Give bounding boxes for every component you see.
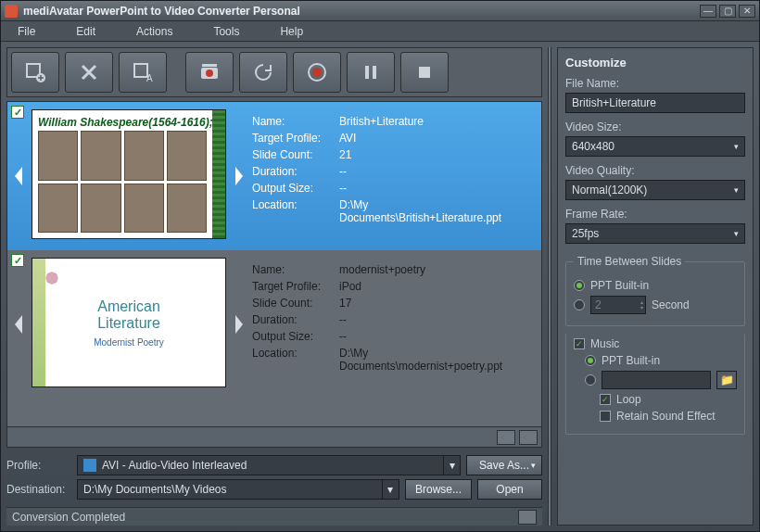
value-slides: 17 <box>339 297 521 310</box>
window-title: mediAvatar PowerPoint to Video Converter… <box>23 5 697 18</box>
view-list-button[interactable] <box>497 430 515 445</box>
music-path-input[interactable] <box>602 371 711 389</box>
pause-button[interactable] <box>347 52 395 93</box>
record-button[interactable] <box>293 52 341 93</box>
menu-tools[interactable]: Tools <box>213 25 239 38</box>
menu-help[interactable]: Help <box>280 25 303 38</box>
loop-label: Loop <box>616 393 641 406</box>
value-output: -- <box>339 182 521 195</box>
status-bar: Conversion Completed <box>6 507 542 526</box>
list-item[interactable]: ✓ AmericanLiterature Modernist Poetry Na… <box>7 250 541 399</box>
close-button[interactable]: ✕ <box>739 5 755 18</box>
prev-slide-button[interactable] <box>11 258 26 391</box>
browse-button[interactable]: Browse... <box>405 479 472 500</box>
filename-input[interactable]: British+Literature <box>565 93 745 113</box>
slide-thumbnail: William Shakespeare(1564-1616); <box>32 109 226 239</box>
menu-actions[interactable]: Actions <box>136 25 172 38</box>
auto-button[interactable]: A <box>119 52 167 93</box>
value-output: -- <box>339 330 521 343</box>
profile-label: Profile: <box>6 459 71 472</box>
value-slides: 21 <box>339 148 521 161</box>
splitter[interactable] <box>548 47 551 526</box>
folder-icon: 📁 <box>720 374 734 386</box>
music-browse-button[interactable]: 📁 <box>716 371 737 389</box>
music-group: ✓ Music PPT Built-in 📁 ✓ Loop <box>565 334 745 435</box>
maximize-button[interactable]: ▢ <box>719 5 736 18</box>
view-toolbar <box>7 426 541 447</box>
svg-point-6 <box>206 70 213 77</box>
stop-button[interactable] <box>400 52 449 93</box>
music-builtin-label: PPT Built-in <box>602 354 660 367</box>
add-button[interactable] <box>11 52 59 93</box>
view-detail-button[interactable] <box>519 430 538 445</box>
loop-checkbox[interactable]: ✓ <box>600 394 611 405</box>
value-location: D:\My Documents\modernist+poetry.ppt <box>339 347 521 373</box>
label-slides: Slide Count: <box>252 297 332 310</box>
delete-button[interactable] <box>65 52 113 93</box>
slide-thumbnail: AmericanLiterature Modernist Poetry <box>32 258 226 387</box>
item-metadata: Name:British+Literature Target Profile:A… <box>252 109 521 243</box>
label-slides: Slide Count: <box>252 148 332 161</box>
customize-title: Customize <box>565 56 745 70</box>
tbs-seconds-input[interactable]: 2 <box>590 296 646 314</box>
label-duration: Duration: <box>252 165 332 178</box>
filename-label: File Name: <box>565 77 745 90</box>
tbs-builtin-radio[interactable] <box>574 280 585 291</box>
next-slide-button[interactable] <box>232 258 247 391</box>
menu-file[interactable]: File <box>18 25 35 38</box>
tbs-unit-label: Second <box>652 298 690 311</box>
thumb-title: AmericanLiterature <box>97 298 160 332</box>
value-duration: -- <box>339 165 521 178</box>
retain-label: Retain Sound Effect <box>616 410 716 423</box>
label-output: Output Size: <box>252 182 332 195</box>
video-size-combo[interactable]: 640x480 <box>565 136 745 157</box>
profile-combo[interactable]: AVI - Audio-Video Interleaved▾ <box>77 455 461 475</box>
value-profile: iPod <box>339 280 521 293</box>
music-builtin-radio[interactable] <box>585 355 596 366</box>
label-location: Location: <box>252 198 332 224</box>
svg-rect-9 <box>365 66 369 79</box>
prev-slide-button[interactable] <box>11 109 26 243</box>
music-label: Music <box>590 337 619 350</box>
open-button[interactable]: Open <box>477 479 542 500</box>
minimize-button[interactable]: — <box>700 5 716 18</box>
refresh-button[interactable] <box>239 52 287 93</box>
status-toggle-button[interactable] <box>518 510 537 525</box>
thumb-subtitle: Modernist Poetry <box>94 337 164 348</box>
body: A ✓ William Shakespeare(1564-1616); <box>1 42 759 531</box>
list-item[interactable]: ✓ William Shakespeare(1564-1616); Name:B… <box>7 102 541 250</box>
titlebar: mediAvatar PowerPoint to Video Converter… <box>1 1 759 21</box>
frame-rate-label: Frame Rate: <box>565 208 745 221</box>
tbs-custom-radio[interactable] <box>574 299 585 310</box>
svg-rect-11 <box>419 67 430 78</box>
tbs-legend: Time Between Slides <box>574 255 685 268</box>
time-between-slides-group: Time Between Slides PPT Built-in 2 Secon… <box>565 255 745 326</box>
label-name: Name: <box>252 263 332 276</box>
music-custom-radio[interactable] <box>585 374 596 386</box>
music-checkbox[interactable]: ✓ <box>574 338 585 349</box>
svg-rect-2 <box>134 64 147 77</box>
camera-button[interactable] <box>185 52 234 93</box>
svg-rect-10 <box>373 66 376 79</box>
frame-rate-combo[interactable]: 25fps <box>565 223 745 244</box>
video-size-label: Video Size: <box>565 120 745 133</box>
save-as-button[interactable]: Save As... <box>466 455 542 475</box>
menu-edit[interactable]: Edit <box>76 25 95 38</box>
next-slide-button[interactable] <box>232 109 247 243</box>
item-checkbox[interactable]: ✓ <box>11 254 24 267</box>
destination-label: Destination: <box>6 483 71 496</box>
value-profile: AVI <box>339 132 521 145</box>
left-pane: A ✓ William Shakespeare(1564-1616); <box>6 47 542 526</box>
video-quality-combo[interactable]: Normal(1200K) <box>565 180 745 200</box>
value-name: modernist+poetry <box>339 263 521 276</box>
item-checkbox[interactable]: ✓ <box>11 106 24 119</box>
label-profile: Target Profile: <box>252 132 332 145</box>
toolbar: A <box>6 47 542 97</box>
destination-combo[interactable]: D:\My Documents\My Videos▾ <box>77 479 399 500</box>
retain-checkbox[interactable] <box>600 411 611 422</box>
label-profile: Target Profile: <box>252 280 332 293</box>
label-output: Output Size: <box>252 330 332 343</box>
file-list: ✓ William Shakespeare(1564-1616); Name:B… <box>6 101 542 448</box>
app-logo-icon <box>5 5 18 18</box>
app-window: mediAvatar PowerPoint to Video Converter… <box>0 0 760 532</box>
